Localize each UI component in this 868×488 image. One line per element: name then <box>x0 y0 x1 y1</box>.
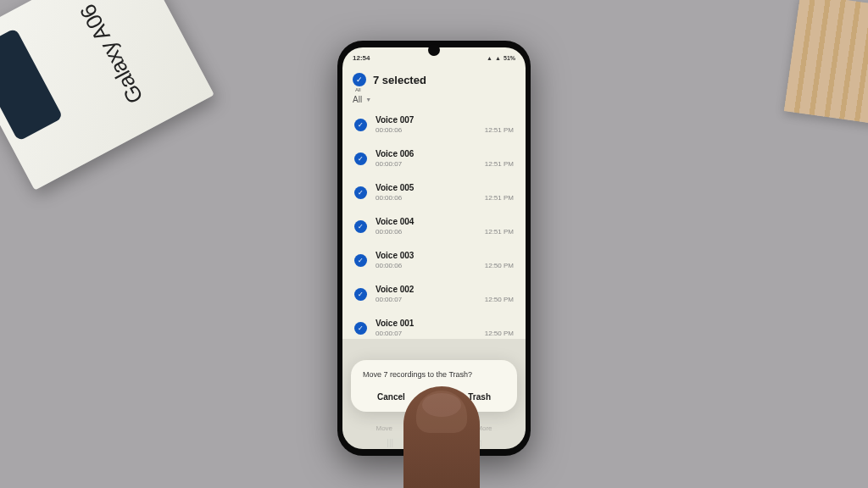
camera-notch <box>428 44 440 56</box>
item-checkbox[interactable]: ✓ <box>354 220 367 233</box>
selection-count: 7 selected <box>373 74 426 86</box>
item-checkbox[interactable]: ✓ <box>354 152 367 165</box>
recording-name: Voice 007 <box>376 115 514 125</box>
recording-duration: 00:00:07 <box>376 296 402 303</box>
status-time: 12:54 <box>353 54 370 62</box>
recording-meta: 00:00:07 12:51 PM <box>376 160 514 168</box>
recording-name: Voice 002 <box>376 285 514 294</box>
recording-name: Voice 005 <box>376 183 514 192</box>
recording-meta: 00:00:06 12:51 PM <box>376 194 514 202</box>
filter-label: All <box>353 95 362 104</box>
recording-time: 12:51 PM <box>485 160 514 168</box>
item-info: Voice 007 00:00:06 12:51 PM <box>376 115 514 134</box>
recording-time: 12:51 PM <box>485 194 514 202</box>
cancel-button[interactable]: Cancel <box>370 389 412 405</box>
item-info: Voice 005 00:00:06 12:51 PM <box>376 183 514 202</box>
list-item[interactable]: ✓ Voice 007 00:00:06 12:51 PM <box>351 108 517 141</box>
chevron-down-icon: ▼ <box>365 97 371 103</box>
wooden-prop <box>784 0 868 125</box>
recording-duration: 00:00:06 <box>376 194 402 202</box>
recording-meta: 00:00:07 12:50 PM <box>376 330 514 337</box>
recording-time: 12:50 PM <box>485 262 514 269</box>
item-info: Voice 006 00:00:07 12:51 PM <box>376 149 514 168</box>
recording-meta: 00:00:06 12:50 PM <box>376 262 514 269</box>
list-item[interactable]: ✓ Voice 005 00:00:06 12:51 PM <box>351 175 517 209</box>
recording-time: 12:51 PM <box>485 126 514 134</box>
finger-overlay <box>403 386 480 488</box>
item-checkbox[interactable]: ✓ <box>354 254 367 267</box>
item-checkbox[interactable]: ✓ <box>354 322 367 335</box>
recording-name: Voice 003 <box>376 251 514 260</box>
recording-duration: 00:00:06 <box>376 262 402 269</box>
recording-duration: 00:00:06 <box>376 126 402 134</box>
item-checkbox[interactable]: ✓ <box>354 119 367 131</box>
box-product-name: Galaxy A06 <box>75 0 148 108</box>
recording-list: ✓ Voice 007 00:00:06 12:51 PM ✓ Voice 00… <box>342 108 526 345</box>
list-item[interactable]: ✓ Voice 002 00:00:07 12:50 PM <box>351 277 517 311</box>
wifi-icon: ▲ <box>487 55 492 61</box>
recording-duration: 00:00:07 <box>376 160 402 168</box>
status-indicators: ▲ ▲ 51% <box>487 55 515 61</box>
selection-header: ✓ 7 selected <box>342 64 526 92</box>
list-item[interactable]: ✓ Voice 004 00:00:06 12:51 PM <box>351 209 517 243</box>
product-box-prop: Galaxy A06 <box>0 0 214 191</box>
item-info: Voice 001 00:00:07 12:50 PM <box>376 319 514 337</box>
recording-time: 12:51 PM <box>485 228 514 236</box>
dialog-message: Move 7 recordings to the Trash? <box>363 370 505 379</box>
item-info: Voice 003 00:00:06 12:50 PM <box>376 251 514 269</box>
recording-time: 12:50 PM <box>485 296 514 303</box>
move-button[interactable]: Move <box>376 424 392 432</box>
recording-name: Voice 004 <box>376 217 514 226</box>
recording-duration: 00:00:07 <box>376 330 402 337</box>
filter-dropdown[interactable]: All ▼ <box>342 92 526 108</box>
recording-time: 12:50 PM <box>485 330 514 337</box>
list-item[interactable]: ✓ Voice 006 00:00:07 12:51 PM <box>351 141 517 175</box>
list-item[interactable]: ✓ Voice 003 00:00:06 12:50 PM <box>351 243 517 277</box>
item-info: Voice 004 00:00:06 12:51 PM <box>376 217 514 236</box>
recording-meta: 00:00:06 12:51 PM <box>376 126 514 134</box>
item-checkbox[interactable]: ✓ <box>354 186 367 199</box>
select-all-checkbox[interactable]: ✓ <box>353 73 366 86</box>
item-info: Voice 002 00:00:07 12:50 PM <box>376 285 514 303</box>
item-checkbox[interactable]: ✓ <box>354 288 367 301</box>
recording-meta: 00:00:06 12:51 PM <box>376 228 514 236</box>
box-phone-image <box>0 28 64 141</box>
recording-meta: 00:00:07 12:50 PM <box>376 296 514 303</box>
recording-name: Voice 006 <box>376 149 514 158</box>
battery-text: 51% <box>504 55 515 61</box>
recording-duration: 00:00:06 <box>376 228 402 236</box>
signal-icon: ▲ <box>495 55 501 61</box>
recording-name: Voice 001 <box>376 319 514 328</box>
recents-nav-icon[interactable]: ||| <box>387 438 393 447</box>
